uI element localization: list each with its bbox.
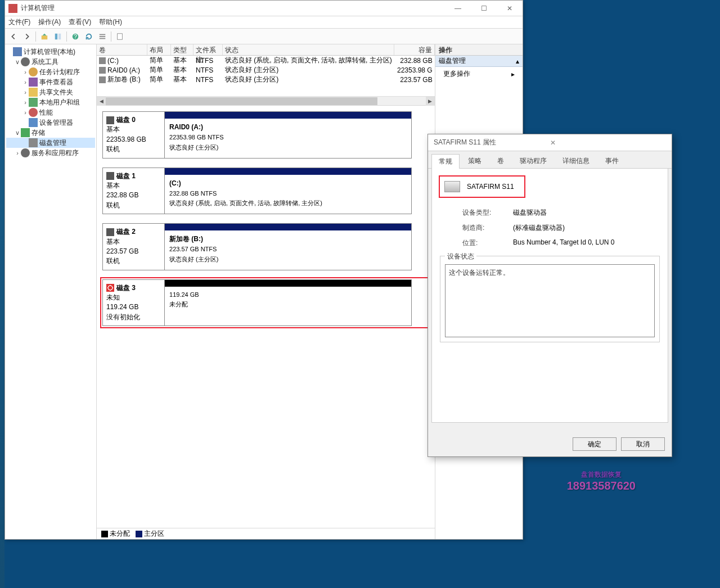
minimize-button[interactable]: — [445, 1, 471, 16]
disk-row[interactable]: 磁盘 1基本232.88 GB联机(C:)232.88 GB NTFS状态良好 … [102, 168, 429, 215]
tab-event[interactable]: 事件 [598, 153, 626, 168]
menu-help[interactable]: 帮助(H) [99, 17, 122, 27]
manufacturer-value: (标准磁盘驱动器) [513, 223, 565, 233]
actions-more[interactable]: 更多操作▸ [435, 67, 523, 81]
tree-event-viewer[interactable]: 事件查看器 [39, 78, 73, 87]
tree-performance[interactable]: 性能 [39, 108, 53, 117]
partition-band [165, 280, 411, 287]
tree-disk-management[interactable]: 磁盘管理 [39, 138, 66, 148]
chevron-right-icon: ▸ [511, 70, 515, 78]
device-type-label: 设备类型: [462, 208, 513, 218]
manufacturer-label: 制造商: [462, 223, 513, 233]
center-pane: 卷 布局 类型 文件系统 状态 容量 (C:)简单基本NTFS状态良好 (系统,… [97, 44, 435, 539]
disk-info[interactable]: 磁盘 0基本22353.98 GB联机 [102, 111, 164, 159]
cancel-button[interactable]: 取消 [621, 437, 665, 451]
tab-driver[interactable]: 驱动程序 [512, 153, 554, 168]
watermark: 盘首数据恢复 18913587620 [567, 470, 636, 492]
dialog-close-button[interactable]: ✕ [550, 139, 667, 147]
maximize-button[interactable]: ☐ [471, 1, 497, 16]
tree-root[interactable]: 计算机管理(本地) [24, 47, 75, 57]
collapse-icon[interactable]: ▴ [516, 57, 519, 65]
disk-row[interactable]: 磁盘 2基本223.57 GB联机新加卷 (B:)223.57 GB NTFS状… [102, 223, 429, 270]
col-volume[interactable]: 卷 [97, 44, 147, 55]
scroll-right-button[interactable]: ▶ [426, 97, 435, 106]
tree-system-tools[interactable]: 系统工具 [32, 57, 58, 67]
horizontal-scrollbar[interactable]: ◀ ▶ [97, 96, 435, 105]
disk-partition[interactable]: (C:)232.88 GB NTFS状态良好 (系统, 启动, 页面文件, 活动… [164, 168, 412, 215]
tab-general[interactable]: 常规 [431, 154, 460, 169]
nav-forward-button[interactable] [21, 30, 33, 43]
disk-partition[interactable]: 119.24 GB未分配 [164, 279, 412, 327]
refresh-button[interactable] [83, 30, 95, 43]
svg-rect-2 [58, 33, 61, 39]
disk-row[interactable]: 磁盘 3未知119.24 GB没有初始化119.24 GB未分配 [102, 279, 429, 327]
status-legend: 设备状态 [445, 252, 476, 261]
disk-partition[interactable]: 新加卷 (B:)223.57 GB NTFS状态良好 (主分区) [164, 223, 412, 270]
disk-icon [106, 284, 114, 292]
location-value: Bus Number 4, Target Id 0, LUN 0 [513, 238, 615, 248]
device-name: SATAFIRM S11 [467, 183, 514, 191]
disk-icon [106, 228, 114, 236]
col-type[interactable]: 类型 [171, 44, 194, 55]
partition-band [165, 224, 411, 230]
disk-row[interactable]: 磁盘 0基本22353.98 GB联机RAID0 (A:)22353.98 GB… [102, 111, 429, 159]
actions-header: 操作 [435, 44, 523, 56]
svg-rect-0 [42, 35, 48, 39]
disk-partition[interactable]: RAID0 (A:)22353.98 GB NTFS状态良好 (主分区) [164, 111, 412, 159]
tree-storage[interactable]: 存储 [32, 128, 45, 138]
dialog-titlebar[interactable]: SATAFIRM S11 属性 ✕ [428, 134, 672, 151]
scroll-thumb[interactable] [106, 97, 377, 105]
tree-local-users[interactable]: 本地用户和组 [39, 98, 80, 107]
svg-text:?: ? [74, 33, 77, 39]
tab-policy[interactable]: 策略 [461, 153, 489, 168]
ok-button[interactable]: 确定 [573, 437, 616, 451]
tree-services[interactable]: 服务和应用程序 [32, 148, 79, 158]
show-hide-tree-button[interactable] [52, 30, 64, 43]
scroll-left-button[interactable]: ◀ [97, 97, 106, 106]
tree-task-scheduler[interactable]: 任务计划程序 [39, 67, 80, 77]
disk-icon [106, 116, 114, 124]
menu-file[interactable]: 文件(F) [8, 17, 30, 27]
col-filesystem[interactable]: 文件系统 [194, 44, 223, 55]
window-title: 计算机管理 [21, 3, 445, 13]
partition-band [165, 112, 411, 119]
menubar: 文件(F) 操作(A) 查看(V) 帮助(H) [5, 16, 523, 29]
disk-graphical-view: 磁盘 0基本22353.98 GB联机RAID0 (A:)22353.98 GB… [97, 106, 435, 528]
partition-band [165, 168, 411, 175]
titlebar[interactable]: 计算机管理 — ☐ ✕ [5, 1, 523, 16]
table-row[interactable]: RAID0 (A:)简单基本NTFS状态良好 (主分区)22353.98 G [97, 65, 435, 75]
dialog-title: SATAFIRM S11 属性 [434, 138, 550, 147]
up-button[interactable] [38, 30, 51, 43]
view-list-button[interactable] [96, 30, 109, 43]
col-status[interactable]: 状态 [223, 44, 394, 55]
legend-primary: 主分区 [144, 530, 164, 537]
properties-dialog: SATAFIRM S11 属性 ✕ 常规 策略 卷 驱动程序 详细信息 事件 S… [428, 134, 672, 457]
col-layout[interactable]: 布局 [147, 44, 171, 55]
col-capacity[interactable]: 容量 [394, 44, 435, 55]
device-name-box: SATAFIRM S11 [440, 177, 524, 197]
actions-section[interactable]: 磁盘管理▴ [435, 56, 523, 67]
close-button[interactable]: ✕ [497, 1, 523, 16]
menu-view[interactable]: 查看(V) [69, 17, 91, 27]
volume-table[interactable]: 卷 布局 类型 文件系统 状态 容量 (C:)简单基本NTFS状态良好 (系统,… [97, 44, 435, 106]
svg-rect-1 [55, 33, 57, 39]
menu-action[interactable]: 操作(A) [38, 17, 61, 27]
disk-info[interactable]: 磁盘 2基本223.57 GB联机 [102, 223, 164, 270]
svg-rect-7 [100, 38, 106, 39]
help-button[interactable]: ? [69, 30, 82, 43]
navigation-tree[interactable]: 计算机管理(本地) ∨系统工具 ›任务计划程序 ›事件查看器 ›共享文件夹 ›本… [5, 44, 97, 539]
disk-info[interactable]: 磁盘 1基本232.88 GB联机 [102, 168, 164, 215]
tree-shared-folders[interactable]: 共享文件夹 [39, 88, 73, 97]
tree-device-manager[interactable]: 设备管理器 [39, 118, 73, 128]
status-textbox[interactable]: 这个设备运转正常。 [445, 264, 655, 337]
disk-info[interactable]: 磁盘 3未知119.24 GB没有初始化 [102, 279, 164, 327]
location-label: 位置: [462, 238, 513, 248]
tab-volume[interactable]: 卷 [490, 153, 511, 168]
table-row[interactable]: (C:)简单基本NTFS状态良好 (系统, 启动, 页面文件, 活动, 故障转储… [97, 56, 435, 65]
svg-rect-8 [118, 33, 123, 39]
properties-button[interactable] [114, 30, 126, 43]
device-status-fieldset: 设备状态 这个设备运转正常。 [440, 256, 660, 342]
nav-back-button[interactable] [7, 30, 20, 43]
table-row[interactable]: 新加卷 (B:)简单基本NTFS状态良好 (主分区)223.57 GB [97, 75, 435, 84]
tab-detail[interactable]: 详细信息 [555, 153, 597, 168]
